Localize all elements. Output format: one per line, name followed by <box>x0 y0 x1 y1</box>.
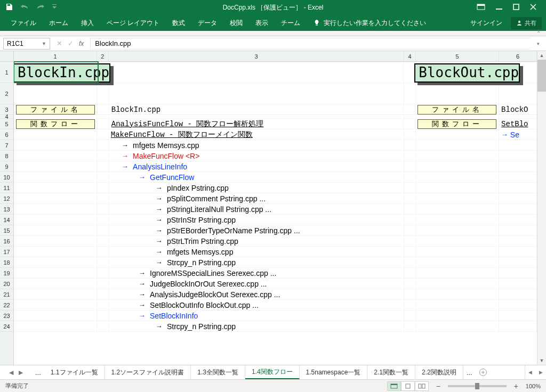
cell[interactable] <box>97 311 109 321</box>
col-header[interactable]: 5 <box>416 51 499 61</box>
cell[interactable] <box>404 172 416 183</box>
cell[interactable] <box>404 140 416 151</box>
cell[interactable] <box>97 193 109 204</box>
cell[interactable] <box>97 225 109 236</box>
cell[interactable]: MakeFuncFlow - 関数フローメイン関数 <box>109 129 404 140</box>
cell[interactable] <box>416 247 499 257</box>
row-header[interactable]: 18 <box>0 257 13 268</box>
row-header[interactable]: 1 <box>0 62 13 83</box>
cell[interactable] <box>499 172 537 183</box>
cell[interactable] <box>404 129 416 140</box>
cell[interactable] <box>416 311 499 321</box>
cell[interactable] <box>404 193 416 204</box>
cell[interactable] <box>499 321 537 332</box>
cell[interactable] <box>404 204 416 215</box>
tab-insert[interactable]: 挿入 <box>75 15 100 31</box>
cell[interactable] <box>14 300 97 311</box>
cell[interactable] <box>499 268 537 279</box>
scroll-up-icon[interactable]: ▲ <box>537 51 546 60</box>
tab-team[interactable]: チーム <box>275 15 307 31</box>
tab-next-icon[interactable]: ▶ <box>19 369 23 376</box>
cell[interactable] <box>416 115 499 119</box>
cell[interactable] <box>416 268 499 279</box>
cell[interactable] <box>416 193 499 204</box>
undo-icon[interactable] <box>20 4 29 12</box>
cell[interactable] <box>14 172 97 183</box>
save-icon[interactable] <box>5 3 13 12</box>
cell[interactable] <box>404 225 416 236</box>
row-header[interactable]: 19 <box>0 268 13 279</box>
cell[interactable] <box>14 204 97 215</box>
cell[interactable] <box>499 257 537 268</box>
collapse-ribbon-icon[interactable]: ⌃ <box>536 30 541 36</box>
row-header[interactable]: 20 <box>0 279 13 289</box>
cell[interactable] <box>404 289 416 300</box>
cell[interactable] <box>97 129 109 140</box>
cell[interactable] <box>499 151 537 161</box>
cell[interactable] <box>404 62 415 83</box>
cell[interactable] <box>499 236 537 247</box>
cell[interactable]: → pIndex Pstring.cpp <box>109 183 405 193</box>
cell[interactable]: → Strcpy_n Pstring.cpp <box>109 321 405 332</box>
cell[interactable] <box>404 311 416 321</box>
tell-me[interactable]: 実行したい作業を入力してください <box>313 19 426 28</box>
cell[interactable] <box>97 268 109 279</box>
cell[interactable]: BlockO <box>499 104 537 115</box>
cell[interactable] <box>499 279 537 289</box>
cell[interactable] <box>404 119 415 129</box>
cell[interactable] <box>416 83 499 104</box>
scroll-down-icon[interactable]: ▼ <box>537 356 546 365</box>
cell[interactable] <box>14 215 97 225</box>
cell[interactable] <box>98 104 109 115</box>
row-header[interactable]: 22 <box>0 300 13 311</box>
cell[interactable] <box>14 247 97 257</box>
sheet-tab[interactable]: 1.5namespace一覧 <box>300 365 368 379</box>
maximize-icon[interactable] <box>513 4 519 12</box>
cell[interactable] <box>416 140 499 151</box>
cell[interactable] <box>404 300 416 311</box>
cell[interactable] <box>499 161 537 172</box>
zoom-in-button[interactable]: + <box>513 382 519 390</box>
cell[interactable]: → pStrInStr Pstring.cpp <box>109 215 405 225</box>
hscroll-left-icon[interactable]: ◀ <box>525 370 536 375</box>
cell[interactable] <box>499 115 537 119</box>
cell[interactable] <box>97 247 109 257</box>
formula-expand-icon[interactable]: ▾ <box>533 41 543 46</box>
cell[interactable] <box>97 289 109 300</box>
qat-dropdown-icon[interactable] <box>52 4 57 11</box>
cell[interactable]: → SetBlockOutInfo BlockOut.cpp ... <box>109 300 405 311</box>
add-sheet-button[interactable] <box>476 365 491 379</box>
cell[interactable] <box>499 183 537 193</box>
row-header[interactable]: 5 <box>0 119 13 129</box>
cell[interactable] <box>109 115 404 119</box>
cell[interactable] <box>499 289 537 300</box>
zoom-slider[interactable] <box>448 385 507 387</box>
cell[interactable] <box>404 104 415 115</box>
view-normal-icon[interactable] <box>387 381 401 391</box>
formula-input[interactable]: BlockIn.cpp <box>90 38 530 50</box>
cell[interactable] <box>416 257 499 268</box>
cell[interactable] <box>499 193 537 204</box>
cell[interactable] <box>499 225 537 236</box>
name-box[interactable]: R1C1 ▼ <box>3 38 50 50</box>
tab-nav[interactable]: ◀▶ <box>0 365 32 379</box>
cell[interactable] <box>404 83 416 104</box>
tab-data[interactable]: データ <box>191 15 223 31</box>
cell[interactable]: → AnalysisJudgeBlockOut Serexec.cpp ... <box>109 289 405 300</box>
tab-more[interactable]: ... <box>463 365 476 379</box>
cell[interactable]: BlockIn.cpp <box>14 62 98 83</box>
signin-link[interactable]: サインイン <box>470 19 502 28</box>
close-icon[interactable] <box>530 4 536 12</box>
cell[interactable]: → pStringLiteralNull Pstring.cpp ... <box>109 204 405 215</box>
cell[interactable]: → SetBlockInInfo <box>109 311 405 321</box>
tab-prev-icon[interactable]: ◀ <box>9 369 13 376</box>
cell[interactable] <box>404 115 416 119</box>
row-header[interactable]: 13 <box>0 204 13 215</box>
cell[interactable] <box>404 215 416 225</box>
tab-more[interactable]: ... <box>32 365 44 379</box>
row-header[interactable]: 6 <box>0 129 13 140</box>
cell[interactable] <box>499 83 537 104</box>
cell[interactable]: AnalysisFuncFlow - 関数フロー解析処理 <box>109 119 404 129</box>
redo-icon[interactable] <box>36 4 45 12</box>
cell[interactable] <box>416 225 499 236</box>
